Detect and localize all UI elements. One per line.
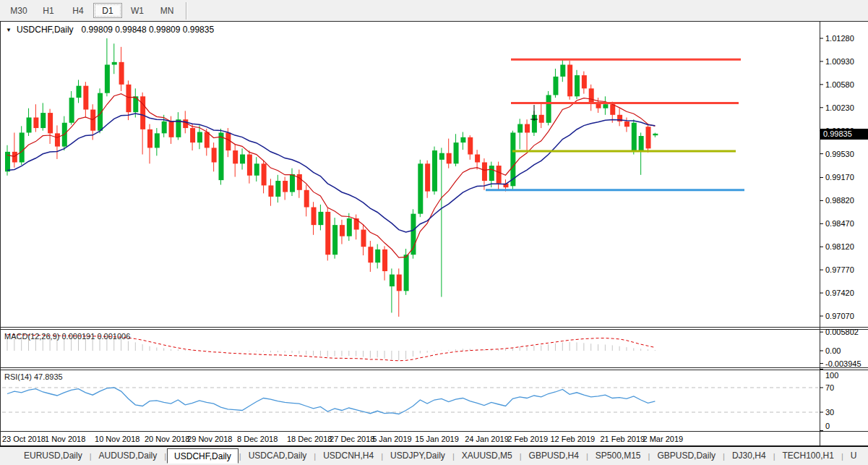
candle-body <box>447 153 452 164</box>
price-axis-label: 1.00230 <box>825 103 854 112</box>
candle-body <box>311 208 317 226</box>
candle-body <box>653 134 658 135</box>
tab-gbpusd-daily[interactable]: GBPUSD,Daily <box>650 448 722 464</box>
candle-body <box>283 181 288 192</box>
rsi-axis-label: 30 <box>825 408 834 417</box>
macd-axis-label: -0.003945 <box>825 359 861 368</box>
tab-usdjpy-daily[interactable]: USDJPY,Daily <box>384 448 452 464</box>
candle-body <box>432 150 437 192</box>
timeframe-button-w1[interactable]: W1 <box>123 3 152 18</box>
candle-body <box>497 166 502 184</box>
chart-symbol-title: USDCHF,Daily <box>17 25 74 35</box>
candle-body <box>48 113 53 133</box>
candle-body <box>375 249 380 263</box>
candle-body <box>411 214 416 255</box>
tab-audusd-daily[interactable]: AUDUSD,Daily <box>93 448 164 464</box>
price-axis-label: 0.99170 <box>825 173 854 182</box>
tab-gbpusd-h4[interactable]: GBPUSD,H4 <box>523 448 585 464</box>
date-label: 12 Feb 2019 <box>550 435 595 443</box>
candle-body <box>297 174 302 190</box>
date-label: 2 Mar 2019 <box>643 435 684 443</box>
candle-body <box>77 86 82 98</box>
tab-xauusd-m5[interactable]: XAUUSD,M5 <box>455 448 519 464</box>
candle-body <box>275 181 280 197</box>
toolbar-separator <box>186 2 187 20</box>
date-label: 10 Nov 2018 <box>95 435 139 443</box>
timeframe-button-d1[interactable]: D1 <box>93 3 122 18</box>
price-axis-label: 1.01280 <box>825 34 854 43</box>
candle-body <box>33 117 38 128</box>
candle-body <box>489 166 494 181</box>
candle-body <box>603 104 608 108</box>
candle-body <box>567 64 572 96</box>
candle-body <box>254 163 259 175</box>
candle-body <box>83 86 88 110</box>
candle-body <box>639 136 644 152</box>
tab-usdchf-daily[interactable]: USDCHF,Daily <box>167 448 239 464</box>
price-axis-label: 0.97420 <box>825 289 854 297</box>
timeframe-button-mn[interactable]: MN <box>152 3 181 18</box>
tab-usdcad-daily[interactable]: USDCAD,Daily <box>242 448 314 464</box>
candle-body <box>119 62 124 85</box>
candle-body <box>247 155 252 176</box>
candle-body <box>546 95 551 122</box>
tab-tech100-h1[interactable]: TECH100,H1 <box>776 448 841 464</box>
candle-body <box>475 155 480 163</box>
candle-body <box>390 275 395 286</box>
candle-body <box>176 119 181 137</box>
candle-body <box>225 132 231 150</box>
candle-body <box>589 88 594 103</box>
candle-body <box>460 137 465 142</box>
candle-body <box>40 113 46 128</box>
chart-title: ▼ USDCHF,Daily 0.99809 0.99848 0.99809 0… <box>6 25 214 35</box>
candle-body <box>525 124 530 133</box>
candle-body <box>219 132 224 180</box>
candle-body <box>454 142 459 163</box>
date-label: 27 Dec 2018 <box>330 435 374 443</box>
macd-indicator-label: MACD(12,26,9) 0.000191 0.001006 <box>4 332 130 341</box>
price-axis-label: 0.98470 <box>825 219 854 228</box>
timeframe-button-h1[interactable]: H1 <box>34 3 63 18</box>
tab-sp500-m15[interactable]: SP500,M15 <box>589 448 648 464</box>
candle-body <box>90 110 95 131</box>
price-axis-label: 0.98820 <box>825 196 854 205</box>
candle-body <box>560 64 565 76</box>
candle-body <box>553 77 558 95</box>
tab-eurusd-daily[interactable]: EURUSD,Daily <box>17 448 89 464</box>
candle-body <box>112 62 117 65</box>
candle-body <box>397 275 402 291</box>
candle-body <box>624 121 629 127</box>
candle-body <box>290 174 295 192</box>
candle-body <box>169 121 174 137</box>
candle-body <box>140 96 145 129</box>
candle-body <box>155 133 160 148</box>
candle-body <box>190 128 195 142</box>
chart-quote-line: 0.99809 0.99848 0.99809 0.99835 <box>82 25 215 35</box>
symbol-dropdown-icon[interactable]: ▼ <box>6 27 12 33</box>
candle-body <box>539 115 544 123</box>
candle-body <box>332 225 338 255</box>
chart-canvas[interactable] <box>0 0 868 465</box>
tab-usdcnh-h4[interactable]: USDCNH,H4 <box>317 448 380 464</box>
candle-body <box>582 75 587 88</box>
date-label: 8 Dec 2018 <box>237 435 278 443</box>
price-axis-label: 1.00580 <box>825 80 854 89</box>
timeframe-button-m30[interactable]: M30 <box>4 3 33 18</box>
symbol-tabbar: EURUSD,Daily|AUDUSD,Daily|USDCHF,Daily|U… <box>0 445 868 465</box>
rsi-axis-label: 70 <box>825 383 834 392</box>
terminal-window: M30H1H4D1W1MN ▼ USDCHF,Daily 0.99809 0.9… <box>0 0 868 465</box>
price-axis-label: 0.97070 <box>825 312 854 320</box>
candle-body <box>404 255 409 291</box>
candle-body <box>205 132 210 148</box>
rsi-axis-label: 100 <box>825 371 838 380</box>
timeframe-button-h4[interactable]: H4 <box>64 3 93 18</box>
candle-body <box>575 75 580 96</box>
candle-body <box>12 152 17 163</box>
tab-u[interactable]: U <box>844 448 864 464</box>
candle-body <box>27 117 32 132</box>
rsi-axis-label: 0 <box>825 422 830 430</box>
price-axis-label: 0.97770 <box>825 265 854 274</box>
tab-dj30-h4[interactable]: DJ30,H4 <box>726 448 773 464</box>
candle-body <box>126 85 131 112</box>
candle-body <box>105 64 110 93</box>
